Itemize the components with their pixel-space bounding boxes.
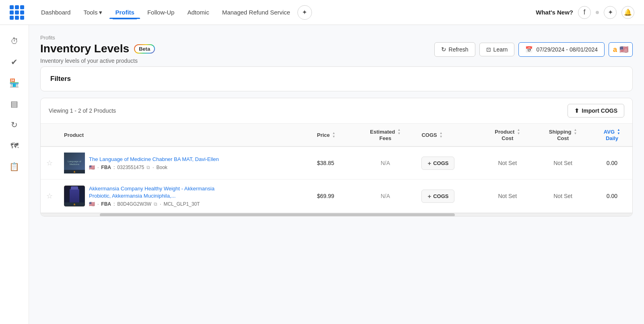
nav-adtomic[interactable]: Adtomic <box>182 6 215 19</box>
viewing-count-text: Viewing 1 - 2 of 2 Products <box>49 107 116 114</box>
cogs-button-2[interactable]: + COGS <box>421 190 454 203</box>
fba-label-1: FBA <box>101 165 111 170</box>
sidebar-item-clock[interactable]: ⏱ <box>5 31 24 51</box>
th-cogs[interactable]: COGS ▲▼ <box>416 124 481 147</box>
star-button-2[interactable]: ☆ <box>46 192 53 200</box>
copy-icon-2[interactable]: ⧉ <box>154 201 157 207</box>
chevron-down-icon: ▾ <box>99 9 102 16</box>
products-table: Product Price ▲▼ Esti <box>41 124 632 213</box>
sidebar: ⏱ ✔ 🏪 ▤ ↻ 🗺 📋 <box>0 25 29 324</box>
refresh-button[interactable]: ↻ Refresh <box>434 42 475 57</box>
product-cell-1: Language of Medicine a The Language of M… <box>58 147 312 180</box>
product-thumbnail-1: Language of Medicine a <box>64 153 85 173</box>
th-shipping-cost[interactable]: Shipping ▲▼ Cost <box>534 124 592 147</box>
top-navigation: Dashboard Tools ▾ Profits Follow-Up Adto… <box>0 0 644 25</box>
avg-daily-cell-1: 0.00 <box>592 147 632 180</box>
page-subtitle: Inventory levels of your active products <box>40 58 155 64</box>
asin-2: B0D4GG2W3W <box>117 201 151 207</box>
nav-tools[interactable]: Tools ▾ <box>78 6 108 19</box>
sidebar-item-check[interactable]: ✔ <box>5 52 24 72</box>
app-logo[interactable] <box>10 5 24 20</box>
sidebar-item-store[interactable]: 🏪 <box>5 73 24 93</box>
separator-1: · <box>97 165 99 170</box>
star-cell-2: ☆ <box>41 180 58 213</box>
product-cost-cell-2: Not Set <box>481 180 534 213</box>
colon-2: : <box>114 201 115 207</box>
amazon-icon: a <box>613 45 617 54</box>
copy-icon-1[interactable]: ⧉ <box>147 165 150 170</box>
status-dot <box>596 11 599 14</box>
product-name-1[interactable]: The Language of Medicine Chabner BA MAT,… <box>89 156 219 163</box>
notification-bell-icon[interactable]: 🔔 <box>621 6 634 19</box>
cogs-cell-2: + COGS <box>416 180 481 213</box>
estimated-fees-cell-1: N/A <box>355 147 416 180</box>
whats-new-label[interactable]: What's New? <box>536 9 573 16</box>
flag-icon-1: 🇺🇸 <box>89 165 95 170</box>
nav-profits[interactable]: Profits <box>109 6 140 19</box>
page-title-area: Inventory Levels Beta Inventory levels o… <box>40 42 155 64</box>
category-1: Book <box>156 165 167 170</box>
page-title: Inventory Levels <box>40 42 129 55</box>
facebook-icon-btn[interactable]: f <box>578 6 591 19</box>
sidebar-item-map[interactable]: 🗺 <box>5 136 24 155</box>
filters-title: Filters <box>50 75 623 83</box>
th-product[interactable]: Product <box>58 124 312 147</box>
th-price[interactable]: Price ▲▼ <box>312 124 355 147</box>
calendar-icon: 📅 <box>525 46 533 53</box>
nav-dashboard[interactable]: Dashboard <box>35 6 76 19</box>
cogs-cell-1: + COGS <box>416 147 481 180</box>
table-body: ☆ Language of Medicine a <box>41 147 632 213</box>
product-cell-2: a Akkermansia Company Healthy Weight - A… <box>58 180 312 213</box>
breadcrumb: Profits <box>40 35 633 41</box>
estimated-fees-cell-2: N/A <box>355 180 416 213</box>
nav-followup[interactable]: Follow-Up <box>142 6 180 19</box>
product-meta-2: 🇺🇸 · FBA : B0D4GG2W3W ⧉ · MCL_GLP1_30T <box>89 201 226 207</box>
colon-1: : <box>114 165 115 170</box>
sidebar-item-card[interactable]: ▤ <box>5 94 24 114</box>
th-estimated-fees[interactable]: Estimated ▲▼ Fees <box>355 124 416 147</box>
product-name-2[interactable]: Akkermansia Company Healthy Weight - Akk… <box>89 185 226 200</box>
us-flag-icon: 🇺🇸 <box>619 45 628 54</box>
star-button-1[interactable]: ☆ <box>46 159 53 167</box>
product-thumbnail-2: a <box>64 186 85 206</box>
import-cogs-button[interactable]: ⬆ Import COGS <box>568 104 624 118</box>
learn-icon: ⊡ <box>486 46 491 53</box>
table-toolbar: Viewing 1 - 2 of 2 Products ⬆ Import COG… <box>41 98 632 124</box>
price-cell-1: $38.85 <box>312 147 355 180</box>
marketplace-button[interactable]: a 🇺🇸 <box>609 42 633 57</box>
th-star <box>41 124 58 147</box>
th-avg-daily[interactable]: AVG ▲▼ Daily <box>592 124 632 147</box>
products-table-card: Viewing 1 - 2 of 2 Products ⬆ Import COG… <box>40 98 633 217</box>
product-meta-1: 🇺🇸 · FBA : 0323551475 ⧉ · Book <box>89 165 219 170</box>
plus-icon-2: + <box>427 193 431 200</box>
search-icon-btn[interactable]: ✦ <box>604 6 617 19</box>
flag-icon-2: 🇺🇸 <box>89 201 95 207</box>
avg-daily-cell-2: 0.00 <box>592 180 632 213</box>
th-product-cost[interactable]: Product ▲▼ Cost <box>481 124 534 147</box>
page-title-row: Inventory Levels Beta <box>40 42 155 55</box>
filters-card: Filters <box>40 66 633 91</box>
main-content: Profits Inventory Levels Beta Inventory … <box>29 25 644 324</box>
managed-refund-icon-btn[interactable]: ✦ <box>297 5 312 20</box>
sidebar-item-clipboard[interactable]: 📋 <box>5 157 24 176</box>
scrollbar-thumb[interactable] <box>100 213 455 217</box>
learn-button[interactable]: ⊡ Learn <box>479 43 515 56</box>
nav-managed-refund[interactable]: Managed Refund Service <box>217 6 296 19</box>
date-range-text: 07/29/2024 - 08/01/2024 <box>536 46 598 53</box>
plus-icon-1: + <box>427 160 431 167</box>
nav-right-section: What's New? f ✦ 🔔 <box>536 6 634 19</box>
cogs-label-1: COGS <box>433 160 448 166</box>
product-info-2: Akkermansia Company Healthy Weight - Akk… <box>89 185 226 207</box>
table-header: Product Price ▲▼ Esti <box>41 124 632 147</box>
separator-2: · <box>153 165 154 170</box>
sidebar-item-refresh[interactable]: ↻ <box>5 115 24 134</box>
horizontal-scrollbar[interactable] <box>41 213 632 216</box>
shipping-cost-cell-1: Not Set <box>534 147 592 180</box>
cogs-button-1[interactable]: + COGS <box>421 157 454 170</box>
separator-3: · <box>97 201 99 207</box>
learn-label: Learn <box>493 46 508 53</box>
date-range-button[interactable]: 📅 07/29/2024 - 08/01/2024 <box>518 42 605 57</box>
product-cost-cell-1: Not Set <box>481 147 534 180</box>
table-row: ☆ Language of Medicine a <box>41 147 632 180</box>
price-cell-2: $69.99 <box>312 180 355 213</box>
